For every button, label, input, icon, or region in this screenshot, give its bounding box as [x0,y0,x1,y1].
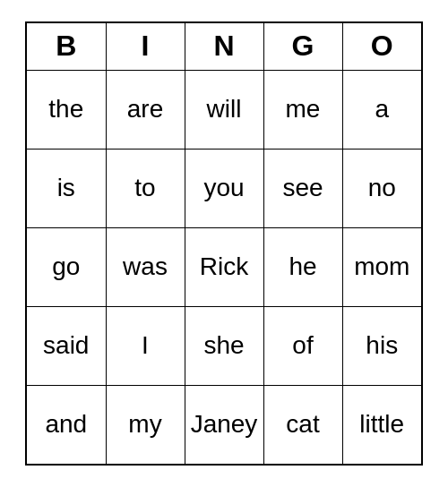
table-cell: she [185,306,263,385]
col-b: B [27,23,106,70]
table-cell: he [263,227,342,306]
col-i: I [106,23,185,70]
table-cell: to [106,149,185,227]
table-cell: his [342,306,421,385]
table-row: saidIsheofhis [27,306,421,385]
col-g: G [263,23,342,70]
table-cell: no [342,149,421,227]
table-cell: me [263,70,342,149]
table-cell: are [106,70,185,149]
table-cell: see [263,149,342,227]
table-cell: is [27,149,106,227]
col-o: O [342,23,421,70]
table-cell: mom [342,227,421,306]
table-cell: go [27,227,106,306]
table-row: istoyouseeno [27,149,421,227]
table-cell: Janey [185,385,263,464]
table-cell: cat [263,385,342,464]
table-cell: said [27,306,106,385]
table-cell: you [185,149,263,227]
table-cell: the [27,70,106,149]
table-cell: my [106,385,185,464]
table-row: gowasRickhemom [27,227,421,306]
col-n: N [185,23,263,70]
bingo-card: B I N G O thearewillmeaistoyouseenogowas… [25,21,423,466]
table-cell: little [342,385,421,464]
table-cell: and [27,385,106,464]
table-row: thearewillmea [27,70,421,149]
table-cell: I [106,306,185,385]
table-cell: of [263,306,342,385]
table-row: andmyJaneycatlittle [27,385,421,464]
table-cell: was [106,227,185,306]
bingo-table: B I N G O thearewillmeaistoyouseenogowas… [27,23,421,464]
header-row: B I N G O [27,23,421,70]
table-cell: will [185,70,263,149]
table-cell: Rick [185,227,263,306]
table-cell: a [342,70,421,149]
